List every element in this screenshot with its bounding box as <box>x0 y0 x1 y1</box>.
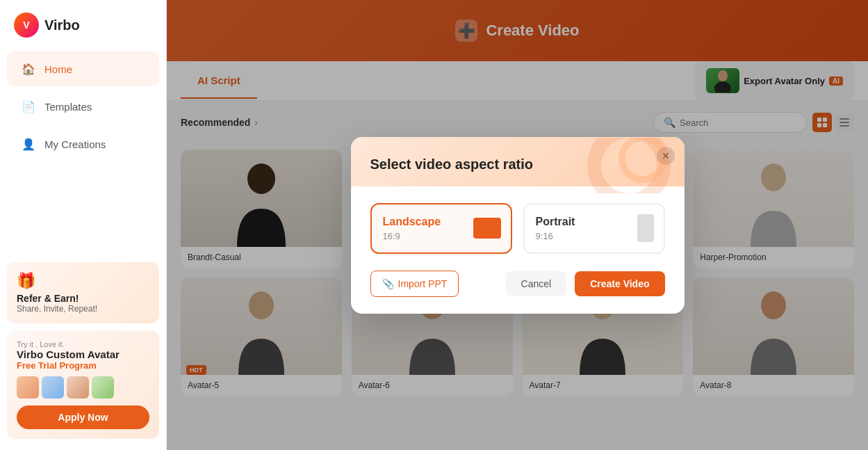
mini-img-3 <box>67 376 89 399</box>
logo-avatar: V <box>14 13 39 38</box>
portrait-ratio: 9:16 <box>536 231 553 241</box>
apply-now-button[interactable]: Apply Now <box>17 405 149 429</box>
aspect-card-landscape[interactable]: Landscape 16:9 <box>370 203 512 254</box>
import-ppt-button[interactable]: 📎 Import PPT <box>370 271 459 297</box>
templates-icon: 📄 <box>21 99 36 114</box>
promo-avatar-subtitle: Free Trial Program <box>17 360 149 371</box>
landscape-label: Landscape <box>383 216 441 228</box>
promo-refer-title: Refer & Earn! <box>17 293 149 304</box>
my-creations-icon: 👤 <box>21 136 36 152</box>
ppt-icon: 📎 <box>382 278 394 289</box>
nav-item-templates[interactable]: 📄 Templates <box>7 89 159 124</box>
promo-refer-subtitle: Share, Invite, Repeat! <box>17 304 149 314</box>
logo-text: Virbo <box>44 17 80 33</box>
aspect-options: Landscape 16:9 Portrait 9:16 <box>370 203 665 254</box>
promo-card-refer[interactable]: 🎁 Refer & Earn! Share, Invite, Repeat! <box>7 262 159 323</box>
home-icon: 🏠 <box>21 61 36 77</box>
aspect-ratio-modal: Select video aspect ratio ✕ Landscape 16… <box>351 137 685 314</box>
sidebar-bottom: 🎁 Refer & Earn! Share, Invite, Repeat! T… <box>0 262 166 450</box>
landscape-ratio: 16:9 <box>383 231 400 241</box>
logo-area: V Virbo <box>0 0 166 50</box>
nav-label-home: Home <box>44 63 72 75</box>
aspect-card-portrait[interactable]: Portrait 9:16 <box>523 203 665 254</box>
promo-avatar-tag: Try it , Love it. <box>17 340 149 348</box>
landscape-icon <box>473 218 501 239</box>
sidebar: V Virbo 🏠 Home 📄 Templates 👤 My Creation… <box>0 0 167 450</box>
cancel-button[interactable]: Cancel <box>506 271 567 296</box>
import-ppt-label: Import PPT <box>398 278 448 289</box>
modal-overlay: Select video aspect ratio ✕ Landscape 16… <box>167 0 868 450</box>
mini-img-4 <box>92 376 114 399</box>
nav-label-templates: Templates <box>44 101 92 113</box>
nav-label-my-creations: My Creations <box>44 138 106 150</box>
mini-img-2 <box>42 376 64 399</box>
create-video-button[interactable]: Create Video <box>575 271 664 296</box>
promo-card-avatar[interactable]: Try it , Love it. Virbo Custom Avatar Fr… <box>7 330 159 439</box>
main-area: ➕ Create Video AI Script Export Avatar O… <box>167 0 868 450</box>
portrait-label: Portrait <box>536 216 575 228</box>
nav-item-my-creations[interactable]: 👤 My Creations <box>7 127 159 161</box>
promo-avatar-title: Virbo Custom Avatar <box>17 348 149 360</box>
promo-mini-images <box>17 376 149 399</box>
modal-actions: 📎 Import PPT Cancel Create Video <box>370 271 665 297</box>
mini-img-1 <box>17 376 39 399</box>
modal-decoration <box>587 138 671 193</box>
modal-header: Select video aspect ratio ✕ <box>351 137 685 186</box>
modal-body: Landscape 16:9 Portrait 9:16 <box>351 186 685 314</box>
portrait-icon <box>637 214 654 242</box>
nav-item-home[interactable]: 🏠 Home <box>7 51 159 86</box>
